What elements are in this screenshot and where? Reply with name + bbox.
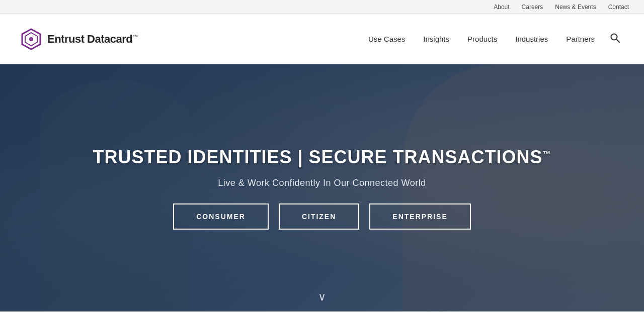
enterprise-button[interactable]: ENTERPRISE — [369, 203, 470, 230]
search-button[interactable] — [606, 29, 624, 49]
utility-news-events[interactable]: News & Events — [555, 4, 596, 11]
hero-buttons: CONSUMER CITIZEN ENTERPRISE — [173, 203, 471, 230]
nav-use-cases[interactable]: Use Cases — [361, 31, 412, 47]
hero-subtitle: Live & Work Confidently In Our Connected… — [218, 178, 426, 188]
utility-bar: About Careers News & Events Contact — [0, 0, 644, 14]
main-nav: Entrust Datacard™ Use Cases Insights Pro… — [0, 14, 644, 64]
citizen-button[interactable]: CITIZEN — [279, 203, 359, 230]
svg-line-4 — [616, 39, 619, 42]
hero-title: TRUSTED IDENTITIES | SECURE TRANSACTIONS… — [93, 147, 551, 168]
svg-point-2 — [29, 37, 33, 41]
nav-industries[interactable]: Industries — [508, 31, 555, 47]
nav-links: Use Cases Insights Products Industries P… — [361, 29, 624, 49]
utility-about[interactable]: About — [494, 4, 509, 11]
logo-name: Entrust Datacard™ — [47, 34, 138, 45]
consumer-button[interactable]: CONSUMER — [173, 203, 269, 230]
hero-content: TRUSTED IDENTITIES | SECURE TRANSACTIONS… — [93, 147, 551, 230]
logo-link[interactable]: Entrust Datacard™ — [20, 28, 138, 50]
logo-text: Entrust Datacard™ — [47, 34, 138, 45]
nav-products[interactable]: Products — [460, 31, 504, 47]
hero-section: TRUSTED IDENTITIES | SECURE TRANSACTIONS… — [0, 64, 644, 311]
utility-careers[interactable]: Careers — [522, 4, 543, 11]
nav-insights[interactable]: Insights — [416, 31, 456, 47]
scroll-indicator[interactable]: ∨ — [318, 290, 326, 303]
utility-contact[interactable]: Contact — [608, 4, 629, 11]
search-icon — [610, 33, 620, 43]
nav-partners[interactable]: Partners — [559, 31, 602, 47]
logo-icon — [20, 28, 42, 50]
